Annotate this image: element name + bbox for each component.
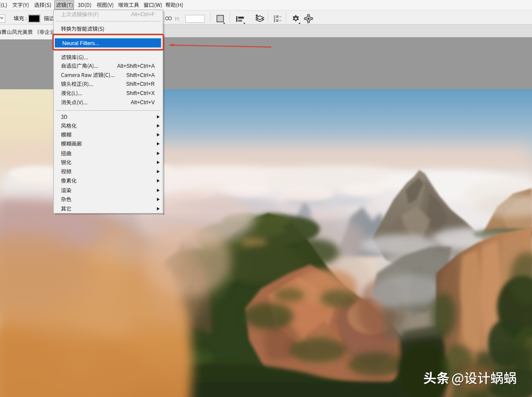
svg-text:Alt+Ctrl+V: Alt+Ctrl+V xyxy=(131,99,155,105)
svg-text:Neural Filters...: Neural Filters... xyxy=(62,40,99,46)
svg-text:Shift+Ctrl+A: Shift+Ctrl+A xyxy=(126,72,155,78)
svg-text:Shift+Ctrl+R: Shift+Ctrl+R xyxy=(126,81,155,87)
svg-text:H:: H: xyxy=(175,16,180,22)
svg-text:Alt+Shift+Ctrl+A: Alt+Shift+Ctrl+A xyxy=(117,63,155,69)
svg-text:Shift+Ctrl+X: Shift+Ctrl+X xyxy=(126,90,155,96)
svg-text:Alt+Ctrl+F: Alt+Ctrl+F xyxy=(131,11,155,18)
